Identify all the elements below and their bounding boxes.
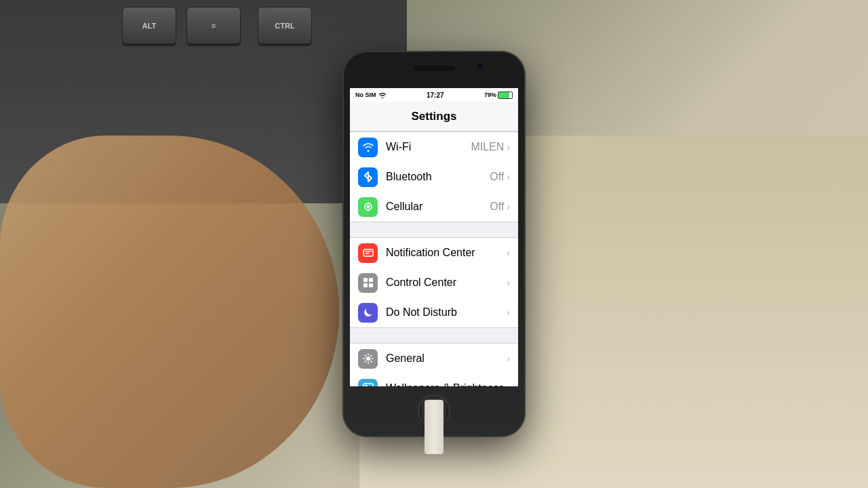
- system-section: General › Wallpapers & Brightness ›: [350, 343, 518, 386]
- hand: [0, 136, 339, 488]
- bluetooth-icon: [358, 167, 378, 187]
- wifi-value: MILEN: [471, 141, 504, 153]
- notification-center-item[interactable]: Notification Center ›: [350, 238, 518, 268]
- control-center-label: Control Center: [386, 277, 507, 289]
- phone-screen: No SIM 17:27 79%: [350, 88, 518, 386]
- general-label: General: [386, 352, 507, 365]
- wifi-chevron: ›: [507, 142, 510, 152]
- battery-icon: [498, 92, 513, 99]
- cellular-icon: [358, 197, 378, 217]
- svg-rect-8: [369, 278, 373, 282]
- alt-key: ALT: [122, 7, 176, 44]
- battery-percent: 79%: [484, 92, 496, 98]
- control-center-chevron: ›: [507, 277, 510, 288]
- wifi-item[interactable]: Wi-Fi MILEN ›: [350, 132, 518, 162]
- dnd-item[interactable]: Do Not Disturb ›: [350, 298, 518, 327]
- wallpaper-chevron: ›: [507, 383, 510, 386]
- wallpaper-icon: [358, 379, 378, 387]
- svg-rect-9: [363, 283, 368, 287]
- cellular-chevron: ›: [507, 201, 510, 212]
- svg-rect-10: [369, 283, 373, 287]
- dnd-icon: [358, 303, 378, 323]
- status-time: 17:27: [427, 92, 444, 99]
- bluetooth-value: Off: [490, 171, 504, 183]
- phone-device: No SIM 17:27 79%: [342, 51, 526, 437]
- status-bar: No SIM 17:27 79%: [350, 88, 518, 102]
- dnd-label: Do Not Disturb: [386, 306, 507, 319]
- phone-speaker: [414, 66, 454, 71]
- wifi-status-icon: [378, 92, 387, 98]
- carrier-label: No SIM: [355, 92, 376, 98]
- settings-list: Wi-Fi MILEN › Bluetooth Off ›: [350, 131, 518, 386]
- scene: ALT ≡ CTRL No SIM 17:27: [0, 0, 868, 488]
- cellular-item[interactable]: Cellular Off ›: [350, 192, 518, 222]
- nav-bar: Settings: [350, 102, 518, 131]
- notification-center-chevron: ›: [507, 247, 510, 258]
- wallpaper-label: Wallpapers & Brightness: [386, 382, 507, 386]
- svg-point-11: [366, 357, 370, 361]
- list-key: ≡: [186, 7, 241, 44]
- wifi-label: Wi-Fi: [386, 141, 471, 153]
- control-center-item[interactable]: Control Center ›: [350, 268, 518, 298]
- ctrl-key: CTRL: [258, 7, 312, 44]
- notification-center-label: Notification Center: [386, 247, 507, 259]
- notification-icon: [358, 243, 378, 263]
- svg-point-13: [365, 385, 368, 386]
- front-camera: [477, 63, 484, 70]
- general-chevron: ›: [507, 353, 510, 364]
- control-center-icon: [358, 273, 378, 293]
- wallpaper-item[interactable]: Wallpapers & Brightness ›: [350, 373, 518, 386]
- svg-rect-7: [363, 278, 368, 282]
- network-section: Wi-Fi MILEN › Bluetooth Off ›: [350, 131, 518, 222]
- bluetooth-label: Bluetooth: [386, 171, 490, 183]
- charging-cable: [425, 400, 443, 454]
- battery-fill: [498, 92, 509, 98]
- status-left: No SIM: [355, 92, 387, 98]
- general-item[interactable]: General ›: [350, 344, 518, 373]
- notifications-section: Notification Center › Control: [350, 237, 518, 328]
- bluetooth-chevron: ›: [507, 171, 510, 182]
- svg-rect-4: [363, 249, 373, 256]
- cellular-label: Cellular: [386, 201, 490, 213]
- dnd-chevron: ›: [507, 307, 510, 318]
- svg-point-1: [366, 205, 370, 209]
- general-icon: [358, 349, 378, 369]
- cellular-value: Off: [490, 201, 504, 213]
- battery-bar: [498, 92, 513, 99]
- status-right: 79%: [484, 92, 513, 99]
- page-title: Settings: [411, 110, 456, 123]
- bluetooth-item[interactable]: Bluetooth Off ›: [350, 162, 518, 192]
- wifi-icon: [358, 138, 378, 157]
